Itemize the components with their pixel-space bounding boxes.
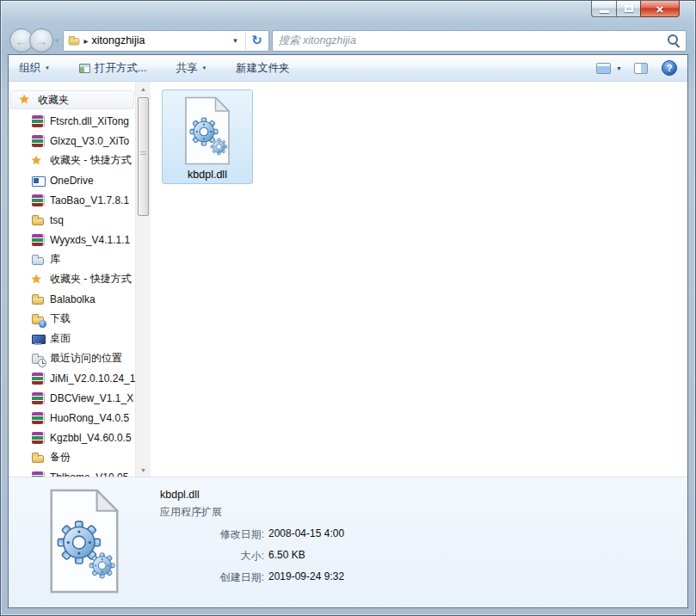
share-button[interactable]: 共享 ▼ [176, 61, 206, 76]
sidebar-item[interactable]: OneDrive [9, 170, 135, 190]
sidebar-item-label: Wyyxds_V4.1.1.1 [50, 234, 130, 246]
title-bar[interactable]: × [8, 1, 688, 27]
rar-icon [31, 134, 45, 148]
chevron-down-icon: ▼ [201, 65, 206, 71]
details-field-value: 6.50 KB [268, 549, 344, 564]
search-icon[interactable] [668, 34, 680, 46]
file-name-label: kbdpl.dll [188, 169, 227, 181]
change-view-chevron-icon[interactable]: ▼ [616, 65, 622, 71]
organize-button[interactable]: 组织 ▼ [19, 61, 50, 76]
sidebar-item[interactable]: 收藏夹 - 快捷方式 [9, 151, 135, 170]
sidebar-item-label: 桌面 [50, 331, 71, 346]
chevron-down-icon: ▼ [45, 65, 50, 71]
search-input[interactable]: 搜索 xitongzhijia [279, 34, 668, 48]
sidebar-item[interactable]: Ftsrch.dll_XiTong [9, 111, 135, 131]
new-folder-label: 新建文件夹 [236, 61, 290, 76]
sidebar-item[interactable]: 桌面 [9, 329, 135, 348]
close-button[interactable]: × [640, 1, 680, 17]
file-item-selected[interactable]: kbdpl.dll [162, 89, 253, 184]
window-controls: × [591, 1, 680, 17]
share-label: 共享 [176, 61, 197, 76]
scrollbar-thumb[interactable] [138, 97, 149, 216]
scroll-up-button[interactable]: ▲ [136, 82, 151, 95]
navigation-sidebar: 收藏夹 Ftsrch.dll_XiTong Glxzq_V3.0_XiTo 收藏… [9, 82, 135, 477]
details-text-block: kbdpl.dll 应用程序扩展 修改日期: 2008-04-15 4:00 大… [160, 484, 344, 585]
sidebar-item[interactable]: Kgzbbl_V4.60.0.5 [9, 428, 135, 447]
history-chevron-icon[interactable]: ▾ [55, 36, 59, 45]
client-area: 组织 ▼ 打开方式... 共享 ▼ 新建文件夹 ▼ ? [8, 54, 688, 608]
preview-pane-button[interactable] [634, 63, 648, 74]
rar-icon [31, 471, 45, 477]
sidebar-item[interactable]: 收藏夹 - 快捷方式 [9, 269, 135, 289]
sidebar-item[interactable]: tsq [9, 210, 135, 230]
sidebar-item[interactable]: Tblhome_V10.05 [9, 467, 135, 477]
forward-arrow-icon: → [35, 34, 48, 48]
rar-icon [31, 411, 45, 425]
sidebar-item-label: HuoRong_V4.0.5 [50, 412, 129, 424]
rar-icon [31, 114, 45, 128]
folder-icon [67, 34, 79, 46]
content-area: 收藏夹 Ftsrch.dll_XiTong Glxzq_V3.0_XiTo 收藏… [9, 82, 687, 477]
address-dropdown-chevron-icon[interactable]: ▼ [232, 37, 239, 45]
refresh-button[interactable]: ↻ [246, 31, 268, 51]
sidebar-item-label: DBCView_V1.1_X [50, 392, 133, 404]
sidebar-item[interactable]: 收藏夹 [10, 90, 134, 109]
command-toolbar: 组织 ▼ 打开方式... 共享 ▼ 新建文件夹 ▼ ? [9, 55, 687, 82]
rar-icon [31, 372, 45, 385]
details-field-label: 大小: [160, 549, 264, 564]
sidebar-item-label: TaoBao_V1.7.8.1 [50, 194, 129, 206]
sidebar-item-label: 收藏夹 [38, 93, 69, 108]
details-file-type: 应用程序扩展 [160, 505, 344, 520]
address-bar-row: ← → ▾ ▸ xitongzhijia ▼ ↻ 搜索 xitongzhijia [8, 27, 688, 54]
sidebar-item[interactable]: 备份 [9, 447, 135, 467]
close-icon: × [656, 2, 664, 16]
forward-button[interactable]: → [29, 28, 53, 52]
sidebar-item[interactable]: HuoRong_V4.0.5 [9, 408, 135, 428]
sidebar-item-label: 收藏夹 - 快捷方式 [50, 153, 132, 168]
sidebar-item[interactable]: JiMi_V2.0.10.24_1 [9, 368, 135, 388]
sidebar-item[interactable]: 库 [9, 249, 135, 269]
desktop-icon [31, 332, 45, 346]
sidebar-item-label: Kgzbbl_V4.60.0.5 [50, 432, 132, 444]
breadcrumb[interactable]: xitongzhijia [92, 34, 145, 46]
sidebar-item[interactable]: TaoBao_V1.7.8.1 [9, 190, 135, 210]
sidebar-item-label: tsq [50, 214, 64, 226]
sidebar-item-label: Ftsrch.dll_XiTong [50, 115, 129, 127]
sidebar-item[interactable]: 最近访问的位置 [9, 348, 135, 368]
star-icon [31, 154, 45, 168]
libraries-icon [31, 253, 45, 267]
sidebar-item-label: 下载 [50, 311, 71, 326]
dll-file-icon-large [42, 484, 126, 598]
folder-icon [31, 451, 45, 465]
details-fields: 修改日期: 2008-04-15 4:00 大小: 6.50 KB 创建日期: … [160, 527, 344, 585]
minimize-button[interactable] [591, 1, 616, 17]
open-with-button[interactable]: 打开方式... [79, 61, 146, 76]
change-view-button[interactable] [596, 63, 611, 74]
folder-icon [31, 213, 45, 227]
scroll-down-button[interactable]: ▼ [136, 463, 151, 477]
details-file-name: kbdpl.dll [160, 489, 344, 501]
sidebar-item[interactable]: Glxzq_V3.0_XiTo [9, 131, 135, 151]
maximize-icon [625, 5, 633, 12]
open-with-icon [79, 64, 90, 73]
clock-icon [38, 359, 46, 367]
new-folder-button[interactable]: 新建文件夹 [236, 61, 290, 76]
sidebar-item[interactable]: DBCView_V1.1_X [9, 388, 135, 408]
breadcrumb-arrow-icon[interactable]: ▸ [84, 36, 89, 46]
sidebar-item-label: 备份 [50, 450, 71, 465]
details-field-label: 修改日期: [160, 527, 264, 542]
help-button[interactable]: ? [662, 60, 677, 76]
sidebar-scrollbar[interactable]: ▲ ▼ [135, 82, 151, 477]
sidebar-item[interactable]: Balabolka [9, 289, 135, 309]
sidebar-item[interactable]: ↓ 下载 [9, 309, 135, 329]
open-with-label: 打开方式... [95, 61, 146, 76]
folder-down-icon: ↓ [31, 312, 45, 326]
address-box[interactable]: ▸ xitongzhijia ▼ ↻ [63, 30, 269, 52]
sidebar-item-label: JiMi_V2.0.10.24_1 [50, 373, 135, 385]
download-arrow-icon: ↓ [39, 320, 46, 328]
star-icon [31, 273, 45, 286]
search-box[interactable]: 搜索 xitongzhijia [272, 30, 687, 52]
sidebar-item[interactable]: Wyyxds_V4.1.1.1 [9, 230, 135, 249]
maximize-button[interactable] [616, 1, 640, 17]
file-list-area[interactable]: kbdpl.dll [151, 82, 687, 477]
